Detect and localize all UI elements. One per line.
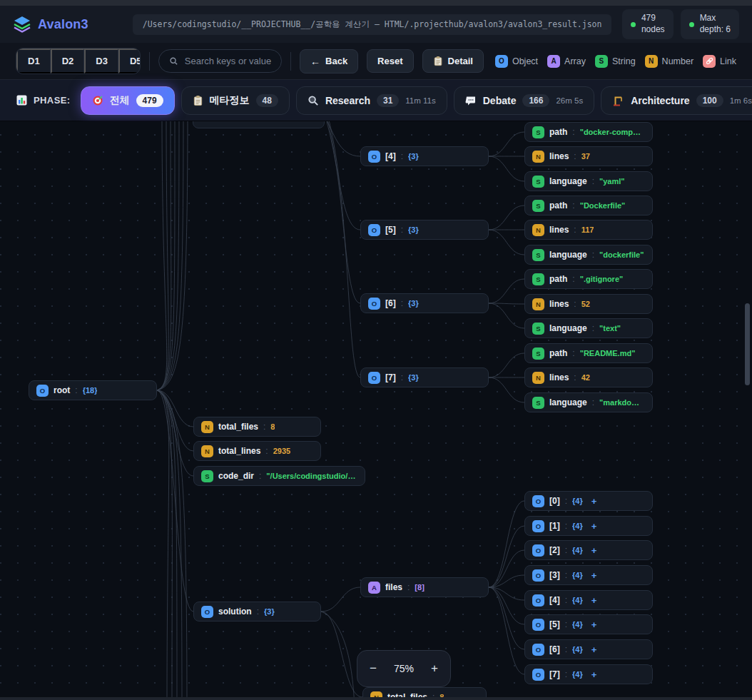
tree-node-tl[interactable]: Ntotal_lines:2935 bbox=[193, 441, 321, 461]
node-key: solution bbox=[218, 607, 252, 617]
tree-node-d_path[interactable]: Spath:"README.md" bbox=[524, 343, 653, 363]
object-type-badge: O bbox=[495, 55, 508, 68]
legend-label: Object bbox=[512, 56, 538, 66]
app-logo: Avalon3 bbox=[13, 15, 88, 34]
phase-pill-debate[interactable]: Debate16626m 5s bbox=[454, 86, 594, 115]
tree-node-arr3[interactable]: O[3]:{4}+ bbox=[524, 565, 653, 585]
phase-pill-architecture[interactable]: Architecture1001m 6s bbox=[601, 86, 752, 115]
depth-button-d3[interactable]: D3 bbox=[84, 49, 118, 73]
link-type-badge bbox=[703, 55, 716, 68]
tree-node-i5[interactable]: O[5]:{3} bbox=[360, 220, 489, 240]
phase-pill-전체[interactable]: 전체479 bbox=[81, 86, 175, 115]
app-title: Avalon3 bbox=[38, 17, 88, 32]
number-badge: N bbox=[532, 224, 544, 236]
expand-icon[interactable]: + bbox=[591, 595, 597, 606]
object-badge: O bbox=[36, 385, 49, 397]
string-badge: S bbox=[532, 176, 544, 188]
tree-node-arr0[interactable]: O[0]:{4}+ bbox=[524, 491, 653, 511]
expand-icon[interactable]: + bbox=[591, 644, 597, 655]
magnifier-icon bbox=[308, 95, 319, 106]
phase-pills: 전체479메타정보48Research3111m 11sDebate16626m… bbox=[81, 86, 752, 115]
expand-icon[interactable]: + bbox=[591, 545, 597, 556]
expand-icon[interactable]: + bbox=[591, 619, 597, 630]
node-key: [6] bbox=[549, 644, 560, 654]
object-badge: O bbox=[532, 495, 544, 507]
clipboard-icon bbox=[193, 95, 203, 106]
tree-node-b_lang[interactable]: Slanguage:"dockerfile" bbox=[524, 245, 653, 265]
stat-text: 479nodes bbox=[641, 13, 665, 35]
depth-button-d2[interactable]: D2 bbox=[51, 49, 85, 73]
stat-badge: Maxdepth: 6 bbox=[681, 9, 739, 39]
phase-pill-메타정보[interactable]: 메타정보48 bbox=[181, 86, 290, 115]
expand-icon[interactable]: + bbox=[591, 669, 597, 680]
string-badge: S bbox=[532, 323, 544, 335]
phase-pill-research[interactable]: Research3111m 11s bbox=[296, 86, 447, 115]
tree-node-c_lines[interactable]: Nlines:52 bbox=[524, 294, 653, 314]
tree-node-arr6[interactable]: O[6]:{4}+ bbox=[524, 639, 653, 659]
object-badge: O bbox=[532, 544, 544, 557]
tree-edge bbox=[157, 390, 169, 700]
expand-icon[interactable]: + bbox=[591, 570, 597, 581]
expand-icon[interactable]: + bbox=[591, 496, 597, 507]
tree-edge bbox=[489, 206, 524, 230]
vertical-scrollbar[interactable] bbox=[745, 303, 750, 385]
tree-node-root[interactable]: Oroot:{18} bbox=[29, 380, 157, 400]
tree-node-cd[interactable]: Scode_dir:"/Users/codingstudio/__PROJECT… bbox=[193, 466, 365, 486]
node-key: lines bbox=[549, 151, 569, 161]
tree-node-a_lang[interactable]: Slanguage:"yaml" bbox=[524, 171, 653, 191]
tree-node-arr2[interactable]: O[2]:{4}+ bbox=[524, 540, 653, 560]
tree-node-d_lang[interactable]: Slanguage:"markdown" bbox=[524, 392, 653, 412]
depth-button-d5[interactable]: D5 bbox=[118, 49, 141, 73]
node-key: language bbox=[549, 323, 587, 333]
tree-node-b_path[interactable]: Spath:"Dockerfile" bbox=[524, 196, 653, 215]
tree-node-c_lang[interactable]: Slanguage:"text" bbox=[524, 318, 653, 338]
tree-node-i6[interactable]: O[6]:{3} bbox=[360, 293, 489, 313]
tree-edge bbox=[321, 612, 355, 700]
chart-icon bbox=[16, 94, 28, 106]
tree-node-a_lines[interactable]: Nlines:37 bbox=[524, 146, 653, 166]
node-key: [6] bbox=[385, 298, 396, 308]
phase-count-badge: 31 bbox=[377, 94, 399, 107]
stat-badge: 479nodes bbox=[622, 9, 674, 39]
depth-button-d1[interactable]: D1 bbox=[16, 49, 51, 73]
expand-icon[interactable]: + bbox=[591, 521, 597, 532]
tree-canvas[interactable]: Oroot:{18}Ntotal_files:8Ntotal_lines:293… bbox=[0, 121, 752, 700]
object-badge: O bbox=[368, 224, 380, 236]
tree-node-arr4[interactable]: O[4]:{4}+ bbox=[524, 590, 653, 610]
detail-button[interactable]: Detail bbox=[422, 49, 484, 73]
tree-node-c_path[interactable]: Spath:".gitignore" bbox=[524, 269, 653, 289]
tree-node-sliver[interactable] bbox=[193, 121, 325, 128]
zoom-in-button[interactable]: + bbox=[431, 661, 438, 676]
legend-item-array: AArray bbox=[547, 55, 586, 68]
tree-node-tf[interactable]: Ntotal_files:8 bbox=[193, 417, 321, 437]
back-button[interactable]: ← Back bbox=[300, 49, 358, 73]
zoom-out-button[interactable]: − bbox=[370, 661, 377, 676]
tree-node-d_lines[interactable]: Nlines:42 bbox=[524, 367, 653, 387]
tree-node-sol[interactable]: Osolution:{3} bbox=[193, 602, 321, 622]
string-badge: S bbox=[532, 200, 544, 212]
tree-edge bbox=[157, 121, 175, 390]
tree-node-i7[interactable]: O[7]:{3} bbox=[360, 367, 489, 387]
tree-node-files[interactable]: Afiles:[8] bbox=[360, 577, 489, 597]
search-box[interactable] bbox=[158, 49, 282, 73]
search-input[interactable] bbox=[185, 56, 272, 66]
number-badge: N bbox=[201, 421, 213, 433]
header-stats: 479nodesMaxdepth: 6 bbox=[622, 9, 739, 39]
tree-node-a_path[interactable]: Spath:"docker-compose.yml" bbox=[524, 122, 653, 142]
file-path: /Users/codingstudio/__PROJECTHUB__/공학용 계… bbox=[133, 14, 612, 35]
reset-button[interactable]: Reset bbox=[367, 49, 413, 73]
tree-node-arr5[interactable]: O[5]:{4}+ bbox=[524, 614, 653, 634]
tree-node-i4[interactable]: O[4]:{3} bbox=[360, 146, 489, 166]
phase-pill-label: Debate bbox=[483, 95, 517, 106]
node-value: {4} bbox=[572, 620, 583, 629]
node-value: {3} bbox=[408, 373, 419, 382]
tree-node-arr7[interactable]: O[7]:{4}+ bbox=[524, 664, 653, 684]
tree-node-arr1[interactable]: O[1]:{4}+ bbox=[524, 516, 653, 536]
node-key: path bbox=[549, 127, 567, 137]
tree-edge bbox=[489, 303, 524, 328]
tree-node-b_lines[interactable]: Nlines:117 bbox=[524, 220, 653, 240]
phase-pill-label: Research bbox=[325, 95, 370, 106]
node-value: ".gitignore" bbox=[580, 275, 624, 283]
node-key: [5] bbox=[385, 225, 396, 235]
phase-count-badge: 100 bbox=[696, 94, 723, 107]
